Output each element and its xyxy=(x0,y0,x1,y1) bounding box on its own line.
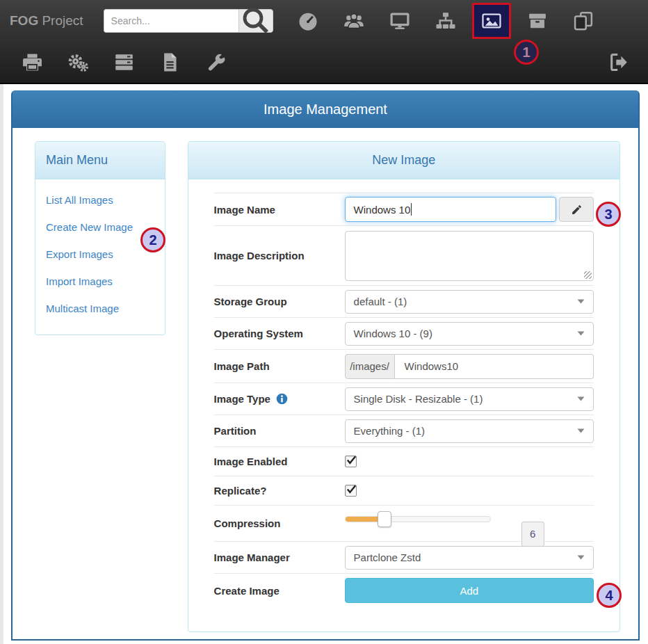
storage-group-value: default - (1) xyxy=(354,296,407,307)
nav-dashboard[interactable] xyxy=(297,10,319,32)
navbar-row-main: FOG Project xyxy=(0,0,648,42)
image-path-input[interactable]: Windows10 xyxy=(395,354,594,379)
content-area: Main Menu List All Images Create New Ima… xyxy=(13,128,638,632)
brand-rest: Project xyxy=(38,13,83,28)
image-description-textarea[interactable] xyxy=(345,231,594,281)
search-input[interactable] xyxy=(104,9,238,33)
sign-out-icon xyxy=(608,51,629,73)
nav-tasks[interactable] xyxy=(113,51,135,74)
top-navbar: FOG Project xyxy=(0,0,648,84)
image-manager-select[interactable]: Partclone Zstd xyxy=(345,546,594,570)
check-icon xyxy=(346,454,357,466)
nav-printers[interactable] xyxy=(21,51,43,74)
storage-group-row: Storage Group default - (1) xyxy=(214,286,594,318)
image-type-row: Image Type Single Disk - Resizable - (1) xyxy=(214,383,594,415)
page-title-bar: Image Management xyxy=(13,90,638,128)
text-caret xyxy=(411,203,412,216)
check-icon xyxy=(346,483,357,495)
chevron-down-icon xyxy=(577,428,585,433)
main-container: Image Management Main Menu List All Imag… xyxy=(11,90,640,641)
dashboard-icon xyxy=(298,10,318,31)
compression-label: Compression xyxy=(214,517,345,529)
chevron-down-icon xyxy=(577,331,585,336)
sidebar-item-list-all-images[interactable]: List All Images xyxy=(35,186,165,214)
partition-select[interactable]: Everything - (1) xyxy=(345,419,594,443)
image-enabled-row: Image Enabled xyxy=(214,447,594,476)
image-path-value: Windows10 xyxy=(405,360,459,372)
new-image-form: Image Name Windows 10 Imag xyxy=(188,179,619,631)
nav-users[interactable] xyxy=(343,10,365,32)
add-button[interactable]: Add xyxy=(345,578,594,603)
brand-bold: FOG xyxy=(10,13,38,28)
image-name-value: Windows 10 xyxy=(354,204,411,216)
search-button[interactable] xyxy=(238,9,273,33)
image-name-row: Image Name Windows 10 xyxy=(214,193,594,226)
image-type-select[interactable]: Single Disk - Resizable - (1) xyxy=(345,387,594,411)
pencil-icon xyxy=(571,204,583,216)
image-description-label: Image Description xyxy=(214,250,345,261)
image-path-prefix: /images/ xyxy=(345,354,395,379)
sitemap-icon xyxy=(435,10,456,31)
image-manager-row: Image Manager Partclone Zstd xyxy=(214,542,594,574)
operating-system-row: Operating System Windows 10 - (9) xyxy=(214,318,594,350)
monitor-icon xyxy=(389,10,410,31)
operating-system-value: Windows 10 - (9) xyxy=(354,328,432,339)
compression-row: Compression 6 xyxy=(214,506,594,542)
image-type-value: Single Disk - Resizable - (1) xyxy=(354,393,483,405)
create-image-label: Create Image xyxy=(214,585,345,597)
nav-logout[interactable] xyxy=(607,51,629,74)
search-group xyxy=(104,9,273,33)
resize-grip[interactable] xyxy=(584,271,592,279)
image-description-row: Image Description xyxy=(214,226,594,286)
sidebar-item-multicast-image[interactable]: Multicast Image xyxy=(35,295,165,322)
chevron-down-icon xyxy=(577,396,585,401)
storage-group-label: Storage Group xyxy=(214,296,345,307)
new-image-heading: New Image xyxy=(188,142,619,179)
chevron-down-icon xyxy=(577,299,585,304)
wrench-icon xyxy=(205,51,227,73)
replicate-row: Replicate? xyxy=(214,476,594,506)
image-name-label: Image Name xyxy=(214,204,345,216)
sidebar-item-import-images[interactable]: Import Images xyxy=(35,268,165,295)
nav-snapins[interactable] xyxy=(572,10,594,32)
replicate-label: Replicate? xyxy=(214,485,345,497)
image-enabled-checkbox[interactable] xyxy=(345,456,357,467)
nav-groups[interactable] xyxy=(435,10,457,32)
image-manager-label: Image Manager xyxy=(214,552,345,563)
image-type-label: Image Type xyxy=(214,393,345,405)
replicate-checkbox[interactable] xyxy=(345,485,357,497)
brand-logo[interactable]: FOG Project xyxy=(10,13,83,29)
chevron-down-icon xyxy=(577,555,585,560)
storage-group-select[interactable]: default - (1) xyxy=(345,290,594,314)
compression-value-box[interactable]: 6 xyxy=(521,522,544,547)
compression-slider-handle[interactable] xyxy=(378,511,391,527)
navbar-row-secondary xyxy=(0,42,648,83)
info-icon[interactable] xyxy=(276,393,288,405)
nav-service[interactable] xyxy=(204,51,227,74)
page-left-gutter xyxy=(0,84,3,644)
copy-icon xyxy=(573,10,594,31)
image-manager-value: Partclone Zstd xyxy=(354,552,421,563)
image-enabled-label: Image Enabled xyxy=(214,456,345,467)
new-image-panel: New Image Image Name Windows 10 xyxy=(188,141,620,632)
annotation-circle-4: 4 xyxy=(597,583,622,608)
annotation-circle-2: 2 xyxy=(140,227,165,252)
navbar-icons xyxy=(297,3,594,39)
operating-system-select[interactable]: Windows 10 - (9) xyxy=(345,322,594,346)
server-icon xyxy=(113,51,135,73)
nav-settings[interactable] xyxy=(67,51,89,74)
nav-reports[interactable] xyxy=(159,51,181,74)
image-icon xyxy=(481,10,502,31)
partition-row: Partition Everything - (1) xyxy=(214,415,594,447)
compression-slider-track[interactable] xyxy=(345,516,491,522)
printer-icon xyxy=(22,51,43,73)
nav-storage[interactable] xyxy=(526,10,549,32)
image-path-row: Image Path /images/ Windows10 xyxy=(214,350,594,383)
nav-hosts[interactable] xyxy=(389,10,411,32)
gears-icon xyxy=(67,51,89,73)
main-menu-heading: Main Menu xyxy=(35,142,165,179)
annotation-circle-1: 1 xyxy=(514,40,539,65)
nav-images-active[interactable] xyxy=(472,3,511,39)
edit-name-button[interactable] xyxy=(559,197,594,222)
image-name-input[interactable]: Windows 10 xyxy=(345,197,556,222)
